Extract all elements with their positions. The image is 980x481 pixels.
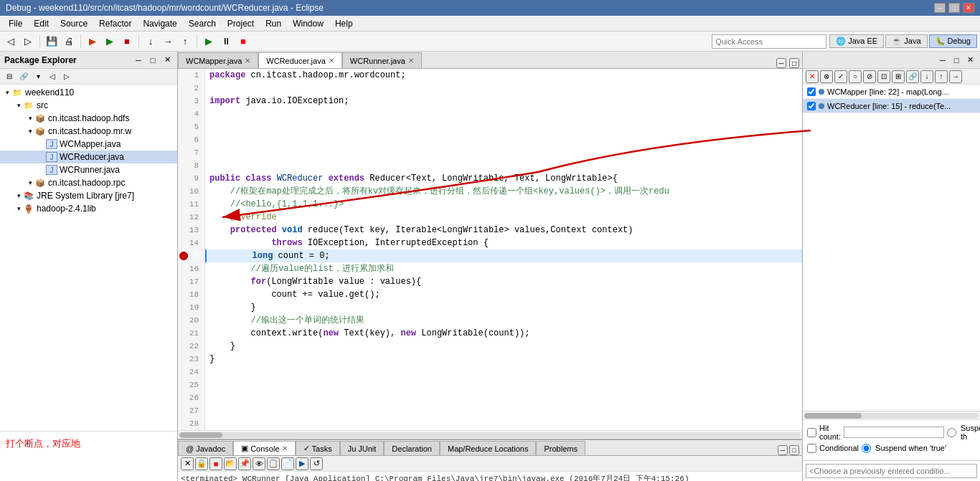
maximize-editor-btn[interactable]: □: [789, 58, 799, 68]
tree-item-src[interactable]: ▾ 📁 src: [0, 99, 177, 112]
tree-item-rpc[interactable]: ▾ 📦 cn.itcast.hadoop.rpc: [0, 176, 177, 189]
debug-import-btn[interactable]: ↓: [920, 70, 933, 83]
tab-tasks[interactable]: ✓ Tasks: [296, 441, 340, 455]
console-open-btn[interactable]: 📂: [224, 457, 237, 470]
tab-wcmapper[interactable]: WCMapper.java ✕: [178, 52, 258, 68]
right-panel-close-btn[interactable]: ✕: [964, 54, 976, 66]
console-paste-btn[interactable]: 📄: [281, 457, 294, 470]
hscroll-thumb[interactable]: [179, 432, 222, 438]
debug-expand-btn[interactable]: ⊞: [892, 70, 905, 83]
menu-source[interactable]: Source: [55, 17, 93, 30]
menu-refactor[interactable]: Refactor: [93, 17, 137, 30]
toolbar-stop[interactable]: ■: [119, 34, 135, 49]
menu-project[interactable]: Project: [222, 17, 260, 30]
minimize-editor-btn[interactable]: ─: [776, 58, 786, 68]
panel-maximize-btn[interactable]: □: [147, 54, 159, 66]
menu-navigate[interactable]: Navigate: [137, 17, 182, 30]
tree-item-wcreducer[interactable]: J WCReducer.java: [0, 151, 177, 163]
debug-export-btn[interactable]: ↑: [935, 70, 948, 83]
debug-remove-btn[interactable]: ✕: [806, 70, 819, 83]
toolbar-debug[interactable]: ▶: [85, 34, 100, 49]
menu-search[interactable]: Search: [183, 17, 222, 30]
tree-item-weekend110[interactable]: ▾ 📁 weekend110: [0, 86, 177, 99]
debug-remove-all-btn[interactable]: ⊗: [820, 70, 833, 83]
console-clear-btn[interactable]: ✕: [181, 457, 194, 470]
minimize-bottom-btn[interactable]: ─: [778, 445, 788, 455]
suspend-radio[interactable]: [947, 428, 956, 437]
menu-window[interactable]: Window: [287, 17, 329, 30]
close-button[interactable]: ✕: [963, 3, 974, 13]
toolbar-suspend[interactable]: ⏸: [218, 34, 234, 49]
tree-item-hadoop-lib[interactable]: ▾ 🏺 hadoop-2.4.1lib: [0, 202, 177, 215]
debug-checkbox-wcmapper[interactable]: [807, 87, 816, 96]
tab-close-wcrunner[interactable]: ✕: [408, 57, 414, 65]
toolbar-save[interactable]: 💾: [44, 34, 60, 49]
tree-item-wcmapper[interactable]: J WCMapper.java: [0, 138, 177, 151]
toolbar-run[interactable]: ▶: [102, 34, 118, 49]
perspective-java[interactable]: ☕ Java: [885, 34, 927, 48]
tab-close-wcreducer[interactable]: ✕: [329, 57, 334, 65]
menu-file[interactable]: File: [3, 17, 28, 30]
explorer-menu-btn[interactable]: ▾: [32, 70, 44, 83]
console-rerun-btn[interactable]: ↺: [310, 457, 323, 470]
debug-goto-btn[interactable]: →: [949, 70, 962, 83]
debug-item-wcreducer[interactable]: WCReducer [line: 15] - reduce(Te...: [803, 99, 980, 113]
console-pin-btn[interactable]: 📌: [238, 457, 251, 470]
tab-close-wcmapper[interactable]: ✕: [245, 57, 250, 65]
tab-close-console[interactable]: ✕: [282, 444, 288, 452]
console-debug-btn[interactable]: ▶: [296, 457, 308, 470]
debug-link-btn[interactable]: 🔗: [906, 70, 919, 83]
panel-minimize-btn[interactable]: ─: [133, 54, 144, 66]
right-hscroll[interactable]: [803, 411, 980, 420]
debug-collapse-btn[interactable]: ⊡: [877, 70, 890, 83]
tab-wcrunner[interactable]: WCRunner.java ✕: [342, 52, 422, 68]
menu-edit[interactable]: Edit: [28, 17, 55, 30]
tab-javadoc[interactable]: @ Javadoc: [178, 441, 233, 455]
perspective-javaee[interactable]: 🌐 Java EE: [829, 34, 884, 48]
debug-skip-all-btn[interactable]: ⊘: [863, 70, 876, 83]
menu-help[interactable]: Help: [329, 17, 359, 30]
toolbar-step-into[interactable]: ↓: [143, 34, 159, 49]
code-content[interactable]: package cn.itcast.hadoop.mr.wordcount; i…: [205, 69, 802, 430]
tab-mapreduce[interactable]: Map/Reduce Locations: [440, 441, 537, 455]
suspend-when-radio[interactable]: [862, 444, 871, 453]
debug-item-wcmapper[interactable]: WCMapper [line: 22] - map(Long...: [803, 85, 980, 99]
perspective-debug[interactable]: 🐛 Debug: [929, 34, 977, 48]
toolbar-step-over[interactable]: →: [160, 34, 176, 49]
tab-console[interactable]: ▣ Console ✕: [233, 441, 295, 455]
toolbar-resume[interactable]: ▶: [201, 34, 217, 49]
tab-problems[interactable]: Problems: [536, 441, 585, 455]
toolbar-back[interactable]: ◁: [3, 34, 19, 49]
debug-disable-all-btn[interactable]: ○: [849, 70, 862, 83]
tree-item-jre[interactable]: ▾ 📚 JRE System Library [jre7]: [0, 189, 177, 202]
toolbar-terminate[interactable]: ■: [235, 34, 251, 49]
quick-access-input[interactable]: [712, 34, 826, 49]
explorer-next-btn[interactable]: ▷: [60, 70, 73, 83]
tab-junit[interactable]: Ju JUnit: [340, 441, 385, 455]
right-panel-minimize-btn[interactable]: ─: [937, 54, 948, 66]
tree-item-hdfs[interactable]: ▾ 📦 cn.itcast.hadoop.hdfs: [0, 112, 177, 125]
debug-checkbox-wcreducer[interactable]: [807, 102, 816, 110]
maximize-bottom-btn[interactable]: □: [789, 445, 799, 455]
tab-wcreducer[interactable]: WCReducer.java ✕: [258, 52, 342, 68]
condition-input[interactable]: [806, 464, 977, 478]
toolbar-print[interactable]: 🖨: [61, 34, 77, 49]
editor-hscroll[interactable]: [178, 430, 802, 439]
console-terminate-btn[interactable]: ■: [209, 457, 222, 470]
hitcount-checkbox[interactable]: [807, 428, 816, 437]
tab-declaration[interactable]: Declaration: [384, 441, 440, 455]
tree-item-mr[interactable]: ▾ 📦 cn.itcast.hadoop.mr.w: [0, 125, 177, 138]
tree-item-wcrunner[interactable]: J WCRunner.java: [0, 163, 177, 176]
explorer-prev-btn[interactable]: ◁: [46, 70, 59, 83]
toolbar-forward[interactable]: ▷: [20, 34, 36, 49]
console-copy-btn[interactable]: 📋: [267, 457, 280, 470]
console-scroll-lock-btn[interactable]: 🔒: [195, 457, 208, 470]
toolbar-step-return[interactable]: ↑: [177, 34, 193, 49]
right-panel-maximize-btn[interactable]: □: [951, 54, 962, 66]
minimize-button[interactable]: ─: [934, 3, 946, 13]
conditional-checkbox[interactable]: [807, 444, 816, 453]
maximize-button[interactable]: □: [948, 3, 960, 13]
debug-enable-all-btn[interactable]: ✓: [834, 70, 847, 83]
hitcount-input[interactable]: [844, 427, 944, 438]
right-hscroll-thumb[interactable]: [804, 413, 862, 419]
